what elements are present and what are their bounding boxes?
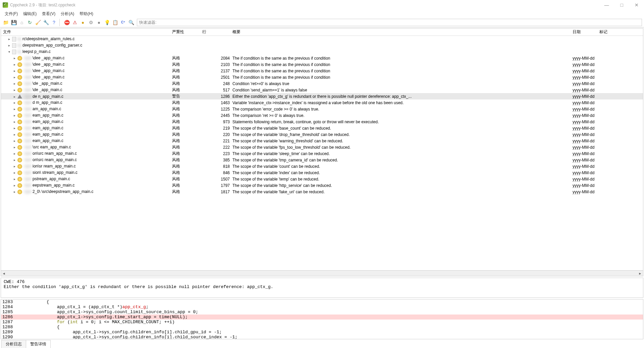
result-row[interactable]: ▸ nyvi \dee _app_main.c风格2501The if cond…: [1, 74, 643, 80]
file-path: \dee _app_main.c: [33, 56, 64, 60]
expand-icon[interactable]: ▸: [12, 152, 16, 155]
code-text: {: [15, 299, 643, 304]
expand-icon[interactable]: ▸: [12, 133, 16, 136]
code-panel[interactable]: 1283 {1284 app_ctx_l = (app_ctx_t *)app_…: [1, 299, 643, 339]
window-controls: — □ ✕: [602, 1, 641, 9]
result-row[interactable]: ▸ nyvi \dee _app_main.c风格2084The if cond…: [1, 55, 643, 61]
settings-button[interactable]: 🔧: [42, 19, 50, 26]
result-row[interactable]: ▸ nyvi 2_0\ \src\deepstream_app_main.c风格…: [1, 189, 643, 195]
result-row[interactable]: ▸ nyvi sion\ stream_app_main.c风格846The s…: [1, 169, 643, 176]
cpp-button[interactable]: C⁺: [119, 19, 127, 26]
table-body[interactable]: ▸ny rc\deepstream_alarm_rules.c▸ny deeps…: [1, 36, 643, 270]
menu-analyze[interactable]: 分析(A): [59, 10, 76, 17]
menu-view[interactable]: 查看(V): [40, 10, 57, 17]
warning-filter-button[interactable]: ⚠: [71, 19, 78, 26]
menu-edit[interactable]: 编辑(E): [21, 10, 39, 17]
tree-root-row[interactable]: ▸ny deepstream_app_config_parser.c: [1, 42, 643, 49]
expand-icon[interactable]: ▸: [12, 69, 16, 73]
expand-icon[interactable]: ▸: [12, 88, 16, 92]
result-row[interactable]: ▸ nyvi eepstream_app_main.c风格1797The sco…: [1, 182, 643, 189]
result-row[interactable]: ▸ nyvi de n_app_main.c警告1286Either the c…: [1, 93, 643, 99]
save-button[interactable]: 💾: [10, 19, 17, 26]
tree-root-row[interactable]: ▾ny leepst p_main.c: [1, 49, 643, 55]
tree-root-row[interactable]: ▸ny rc\deepstream_alarm_rules.c: [1, 36, 643, 42]
style-filter-button[interactable]: ●: [79, 19, 87, 26]
scroll-right-icon[interactable]: ►: [637, 271, 643, 276]
expand-icon[interactable]: ▸: [12, 158, 16, 162]
horizontal-scrollbar[interactable]: ◄ ►: [1, 270, 643, 276]
result-row[interactable]: ▸ nyvi eam_app_main.c风格221The scope of t…: [1, 138, 643, 144]
expand-icon[interactable]: ▾: [7, 50, 11, 54]
date-cell: yyyy-MM-dd: [573, 56, 599, 61]
help-button[interactable]: ?: [50, 19, 58, 26]
result-row[interactable]: ▸ nyvi eam_app_main.c风格219The scope of t…: [1, 125, 643, 131]
check-button[interactable]: 📋: [111, 19, 119, 26]
severity-cell: 风格: [172, 189, 202, 195]
open-folder-button[interactable]: 📁: [2, 19, 9, 26]
home-button[interactable]: ⌂: [18, 19, 25, 26]
expand-icon[interactable]: ▸: [12, 56, 16, 60]
maximize-button[interactable]: □: [618, 1, 626, 9]
summary-cell: The if condition is the same as the prev…: [232, 75, 573, 80]
style-icon: [17, 151, 22, 156]
result-row[interactable]: ▸ nyvi on\src ream_app_main.c风格385The sc…: [1, 157, 643, 163]
clear-button[interactable]: 🧹: [34, 19, 42, 26]
minimize-button[interactable]: —: [602, 1, 612, 9]
file-path: deepstream_app_config_parser.c: [22, 43, 82, 48]
date-cell: yyyy-MM-dd: [573, 113, 599, 118]
result-row[interactable]: ▸ nyvi on\src ream_app_main.c风格223The sc…: [1, 150, 643, 157]
header-severity[interactable]: 严重性: [172, 29, 202, 35]
expand-icon[interactable]: ▸: [12, 190, 16, 194]
result-row[interactable]: ▸ nyvi \src eam_app_main.c风格222The scope…: [1, 144, 643, 150]
expand-icon[interactable]: ▸: [12, 171, 16, 175]
result-row[interactable]: ▸ nyvi pstream_app_main.c风格1507The scope…: [1, 176, 643, 182]
style-icon: [17, 170, 22, 175]
header-line[interactable]: 行: [202, 29, 232, 35]
expand-icon[interactable]: ▸: [12, 95, 16, 98]
result-row[interactable]: ▸ nyvi \dee _app_main.c风格2137The if cond…: [1, 68, 643, 74]
tab-analysis-log[interactable]: 分析日志: [1, 340, 26, 348]
expand-icon[interactable]: ▸: [12, 63, 16, 66]
search-button[interactable]: 🔍: [127, 19, 135, 26]
result-row[interactable]: ▸ nyvi eam_app_main.c风格973Statements fol…: [1, 119, 643, 125]
code-text: app_ctx_l->sys_config.children_info[i].c…: [15, 330, 643, 335]
quick-filter-input[interactable]: [137, 19, 642, 26]
error-filter-button[interactable]: ⛔: [63, 19, 70, 26]
close-button[interactable]: ✕: [632, 1, 641, 9]
expand-icon[interactable]: ▸: [12, 75, 16, 79]
header-summary[interactable]: 概要: [232, 29, 573, 35]
expand-icon[interactable]: ▸: [12, 107, 16, 111]
expand-icon[interactable]: ▸: [12, 114, 16, 117]
expand-icon[interactable]: ▸: [12, 101, 16, 105]
result-row[interactable]: ▸ nyvi eam_app_main.c风格2445The compariso…: [1, 112, 643, 119]
refresh-button[interactable]: ↻: [26, 19, 34, 26]
header-mark[interactable]: 标记: [599, 29, 643, 35]
gear-button[interactable]: ⚙: [87, 19, 95, 26]
result-row[interactable]: ▸ nyvi d m_app_main.c风格1463Variable 'ins…: [1, 99, 643, 106]
expand-icon[interactable]: ▸: [12, 120, 16, 124]
header-file[interactable]: 文件: [1, 29, 172, 35]
expand-icon[interactable]: ▸: [12, 126, 16, 130]
expand-icon[interactable]: ▸: [12, 139, 16, 143]
header-date[interactable]: 日期: [573, 29, 599, 35]
result-row[interactable]: ▸ nyvi \de _app_main.c风格248Condition 're…: [1, 80, 643, 87]
expand-icon[interactable]: ▸: [12, 145, 16, 149]
expand-icon[interactable]: ▸: [12, 184, 16, 187]
result-row[interactable]: ▸ nyvi ion\sr ream_app_main.c风格818The sc…: [1, 163, 643, 169]
menu-help[interactable]: 帮助(H): [77, 10, 95, 17]
menu-file[interactable]: 文件(F): [3, 10, 20, 17]
expand-icon[interactable]: ▸: [12, 177, 16, 181]
hint-button[interactable]: 💡: [103, 19, 111, 26]
result-row[interactable]: ▸ nyvi \dee _app_main.c风格2103The if cond…: [1, 61, 643, 68]
expand-icon[interactable]: ▸: [7, 44, 11, 47]
result-row[interactable]: ▸ nyvi am_app_main.c风格1225The comparison…: [1, 106, 643, 112]
scroll-left-icon[interactable]: ◄: [1, 271, 7, 276]
result-row[interactable]: ▸ nyvi \de _app_main.c风格517Condition 'se…: [1, 87, 643, 93]
result-row[interactable]: ▸ nyvi eam_app_main.c风格220The scope of t…: [1, 131, 643, 138]
tab-warning-detail[interactable]: 警告详情: [26, 340, 51, 348]
expand-icon[interactable]: ▸: [12, 82, 16, 85]
expand-icon[interactable]: ▸: [12, 164, 16, 168]
style-icon: [17, 56, 22, 61]
perf-button[interactable]: ●: [95, 19, 103, 26]
expand-icon[interactable]: ▸: [7, 37, 11, 41]
